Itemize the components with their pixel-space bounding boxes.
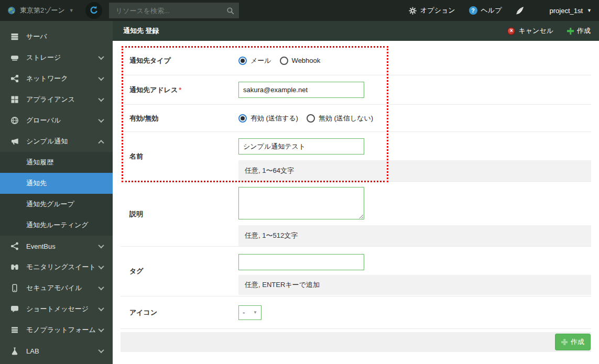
radio-option-disabled[interactable]: 無効 (送信しない) — [307, 114, 373, 123]
sidebar-item-label: モノプラットフォーム — [26, 325, 99, 335]
radio-option-enabled[interactable]: 有効 (送信する) — [238, 114, 298, 123]
form-row-icon: アイコン - ▼ — [121, 296, 591, 329]
sidebar-item-appliance[interactable]: アプライアンス — [0, 89, 113, 110]
required-asterisk: * — [179, 86, 181, 94]
description-field-label: 説明 — [121, 182, 238, 246]
refresh-button[interactable] — [85, 2, 102, 19]
appliance-icon — [10, 95, 19, 104]
plus-icon — [567, 28, 574, 35]
body-region: サーバ ストレージ ネットワーク アプライアンス — [0, 21, 599, 364]
globe-icon — [10, 116, 19, 125]
form-row-description: 説明 任意, 1〜512文字 — [121, 182, 591, 247]
icon-field-label: アイコン — [121, 296, 238, 328]
sidebar-item-label: ネットワーク — [26, 74, 99, 83]
address-input[interactable] — [238, 82, 364, 98]
zone-selector[interactable]: 東京第2ゾーン ▼ — [7, 6, 74, 15]
sidebar-item-network[interactable]: ネットワーク — [0, 68, 113, 89]
help-icon — [469, 6, 477, 15]
options-button[interactable]: オプション — [409, 6, 455, 15]
radio-selected-icon[interactable] — [238, 114, 247, 123]
sidebar-item-label: モニタリングスイート — [26, 262, 99, 272]
sidebar-item-simple-notification[interactable]: シンプル通知 — [0, 131, 113, 152]
chevron-down-icon — [98, 242, 104, 248]
sidebar-subitem-destination-routing[interactable]: 通知先ルーティング — [0, 215, 113, 236]
sidebar-item-label: セキュアモバイル — [26, 283, 99, 293]
caret-down-icon: ▼ — [69, 8, 74, 13]
create-submit-label: 作成 — [571, 337, 584, 347]
storage-icon — [10, 53, 19, 62]
enabled-field-label: 有効/無効 — [121, 105, 238, 131]
feedback-button[interactable] — [515, 6, 524, 15]
form-row-name: 名前 任意, 1〜64文字 — [121, 132, 591, 182]
binoculars-icon — [10, 263, 19, 271]
quill-icon — [515, 6, 524, 15]
zone-label: 東京第2ゾーン — [20, 6, 65, 15]
chevron-down-icon — [98, 263, 104, 269]
sidebar-item-label: シンプル通知 — [26, 137, 99, 146]
chevron-down-icon — [98, 75, 104, 81]
plus-icon — [561, 339, 568, 345]
sidebar-item-label: ショートメッセージ — [26, 304, 99, 314]
sidebar-item-mono-platform[interactable]: モノプラットフォーム — [0, 319, 113, 340]
sidebar-item-eventbus[interactable]: EventBus — [0, 236, 113, 257]
name-field-label: 名前 — [121, 132, 238, 181]
sidebar-subitem-label: 通知履歴 — [26, 158, 53, 167]
tags-field-label: タグ — [121, 247, 238, 296]
radio-unselected-icon[interactable] — [307, 114, 315, 123]
radio-option-webhook[interactable]: Webhook — [280, 57, 321, 65]
icon-select-value: - — [243, 308, 245, 316]
sidebar-item-secure-mobile[interactable]: セキュアモバイル — [0, 278, 113, 299]
sidebar-item-server[interactable]: サーバ — [0, 26, 113, 47]
address-label-text: 通知先アドレス — [129, 85, 178, 95]
help-button[interactable]: ヘルプ — [469, 6, 502, 15]
chevron-down-icon — [98, 347, 104, 353]
description-help-text: 任意, 1〜512文字 — [238, 225, 591, 246]
name-input[interactable] — [238, 138, 364, 155]
cancel-button[interactable]: キャンセル — [507, 26, 553, 36]
chevron-up-icon — [98, 140, 104, 146]
radio-option-mail[interactable]: メール — [238, 56, 271, 65]
mobile-icon — [10, 284, 19, 292]
radio-unselected-icon[interactable] — [280, 57, 288, 65]
megaphone-icon — [10, 137, 19, 146]
search-input[interactable] — [115, 6, 226, 15]
chevron-down-icon — [98, 117, 104, 123]
chevron-down-icon — [98, 284, 104, 290]
sidebar-subitem-notification-history[interactable]: 通知履歴 — [0, 152, 113, 173]
address-field-label: 通知先アドレス * — [121, 75, 238, 104]
description-textarea[interactable] — [238, 187, 364, 219]
search-icon — [226, 7, 234, 15]
radio-label: メール — [251, 56, 271, 65]
form-row-type: 通知先タイプ メール Webhook — [121, 46, 591, 75]
top-bar: 東京第2ゾーン ▼ オプション ヘルプ — [0, 0, 599, 21]
sidebar-subitem-notification-destination[interactable]: 通知先 — [0, 173, 113, 194]
chevron-down-icon — [98, 96, 104, 102]
app-window: 東京第2ゾーン ▼ オプション ヘルプ — [0, 0, 599, 364]
sidebar-item-short-message[interactable]: ショートメッセージ — [0, 299, 113, 319]
chat-icon — [10, 305, 19, 313]
caret-down-icon: ▼ — [587, 8, 592, 13]
page-header: 通知先 登録 キャンセル 作成 — [113, 21, 599, 41]
create-header-button[interactable]: 作成 — [567, 26, 591, 36]
radio-selected-icon[interactable] — [238, 57, 247, 65]
create-submit-button[interactable]: 作成 — [555, 334, 591, 350]
sidebar-item-lab[interactable]: LAB — [0, 340, 113, 361]
registration-form: 通知先タイプ メール Webhook — [113, 41, 599, 364]
sidebar-item-storage[interactable]: ストレージ — [0, 47, 113, 68]
sidebar-subitem-destination-group[interactable]: 通知先グループ — [0, 194, 113, 215]
icon-select[interactable]: - ▼ — [238, 305, 262, 320]
flask-icon — [10, 347, 19, 355]
sidebar-item-label: グローバル — [26, 116, 99, 125]
form-action-bar: 作成 — [121, 332, 591, 352]
sidebar-item-global[interactable]: グローバル — [0, 110, 113, 131]
sidebar-subitem-label: 通知先グループ — [26, 200, 74, 209]
form-row-tags: タグ 任意, ENTERキーで追加 — [121, 247, 591, 296]
project-selector[interactable]: project_1st ▼ — [549, 7, 592, 15]
sidebar: サーバ ストレージ ネットワーク アプライアンス — [0, 21, 113, 364]
bars-icon — [10, 326, 19, 334]
tags-input[interactable] — [238, 254, 364, 270]
sidebar-item-monitoring-suite[interactable]: モニタリングスイート — [0, 257, 113, 278]
radio-label: 有効 (送信する) — [251, 114, 298, 123]
server-icon — [10, 32, 19, 41]
type-field-label: 通知先タイプ — [121, 46, 238, 75]
